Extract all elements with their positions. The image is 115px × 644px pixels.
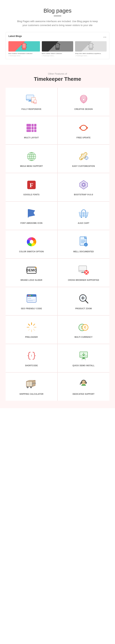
- svg-rect-38: [34, 130, 36, 132]
- shortcode-icon: !: [25, 350, 38, 362]
- features-grid: FULLY RESPONSIVE CREATIVE DESIGN: [5, 88, 110, 401]
- currency-icon: $ €: [77, 321, 90, 334]
- feature-label: DEDICATED SUPPORT: [73, 393, 95, 395]
- feature-fully-responsive: FULLY RESPONSIVE: [5, 88, 57, 116]
- feature-label: BOOTSTRAP V4.0.0: [74, 194, 93, 196]
- svg-rect-4: [21, 47, 22, 48]
- svg-rect-37: [32, 130, 34, 132]
- feature-label: FONT AWESOME ICON: [20, 222, 42, 224]
- svg-rect-3: [26, 44, 27, 45]
- svg-text:€: €: [84, 326, 86, 329]
- svg-point-89: [28, 295, 29, 296]
- features-title: Timekeeper Theme: [5, 76, 110, 82]
- feature-product-zoom: PRODUCT ZOOM: [58, 287, 110, 315]
- blog-item-text: Shop uber aliket simalfinbus aspellinus.: [75, 52, 107, 54]
- svg-rect-35: [34, 127, 36, 130]
- feature-label: EASY CUSTOMIZATION: [72, 165, 95, 167]
- svg-rect-128: [86, 382, 87, 384]
- feature-well-documented: i WELL DOCUMENTED: [58, 230, 110, 258]
- svg-text:F: F: [30, 182, 33, 188]
- feature-brand-logo: DEMO BRAND LOGO SLIDER: [5, 259, 57, 287]
- blog-section: Blog pages Blog Pages with awesome inter…: [0, 0, 115, 65]
- responsive-icon: [25, 93, 38, 106]
- svg-rect-30: [26, 124, 31, 126]
- svg-rect-7: [56, 44, 59, 48]
- feature-label: AJAX CART: [78, 222, 89, 224]
- blog-item-text: Most Leather Watch Collection: [42, 52, 73, 54]
- svg-rect-124: [32, 383, 36, 384]
- feature-label: CREATIVE DESIGN: [74, 108, 93, 110]
- svg-rect-5: [26, 47, 27, 48]
- feature-label: SHORTCODE: [25, 364, 38, 366]
- feature-preloader: PRELOADER: [5, 316, 57, 344]
- feature-easy-customization: EASY CUSTOMIZATION: [58, 145, 110, 173]
- svg-marker-40: [79, 126, 80, 129]
- blog-items: Best Outdoor Smartwatch Collection 1 Tim…: [8, 41, 107, 56]
- svg-point-25: [33, 102, 34, 103]
- svg-rect-52: [85, 158, 85, 158]
- preloader-icon: [25, 321, 38, 334]
- svg-rect-20: [29, 100, 31, 101]
- svg-rect-13: [88, 44, 89, 45]
- svg-line-105: [33, 324, 35, 325]
- feature-label: WELL DOCUMENTED: [73, 250, 94, 253]
- bootstrap-icon: [77, 179, 90, 191]
- feature-google-fonts: F GOOGLE FONTS: [5, 173, 57, 201]
- svg-rect-36: [26, 130, 31, 132]
- feature-label: MULTI CURRENCY: [74, 336, 92, 338]
- list-item: Best Outdoor Smartwatch Collection 1 Tim…: [8, 41, 40, 56]
- svg-rect-51: [86, 159, 87, 160]
- svg-rect-34: [32, 127, 34, 130]
- quickdemo-icon: [77, 350, 90, 362]
- feature-quick-demo: QUICK DEMO INSTALL: [58, 344, 110, 372]
- svg-point-117: [83, 358, 84, 359]
- megamenu-icon: [25, 150, 38, 162]
- svg-rect-15: [88, 47, 89, 48]
- svg-rect-33: [26, 127, 31, 130]
- feature-label: MULTI LAYOUT: [24, 137, 39, 139]
- svg-point-123: [31, 387, 32, 388]
- svg-text:!: !: [31, 354, 32, 357]
- feature-label: COLOR SWATCH OPTION: [19, 250, 44, 253]
- svg-rect-32: [34, 124, 36, 126]
- support-icon: [77, 378, 90, 390]
- svg-rect-16: [93, 47, 94, 48]
- svg-point-49: [86, 157, 87, 159]
- feature-multi-layout: MULTI LAYOUT: [5, 116, 57, 144]
- feature-color-swatch: COLOR SWATCH OPTION: [5, 230, 57, 258]
- feature-label: MEGA MENU SUPPORT: [20, 165, 43, 167]
- feature-free-update: FREE UPDATE: [58, 116, 110, 144]
- blog-item-image: [8, 41, 40, 52]
- svg-point-121: [27, 387, 28, 388]
- feature-label: GOOGLE FONTS: [23, 194, 40, 196]
- svg-point-65: [81, 217, 82, 218]
- svg-line-96: [85, 300, 88, 303]
- colorswatch-icon: [25, 236, 38, 248]
- feature-label: SEO FRIENDLY CODE: [21, 308, 42, 310]
- feature-mega-menu: MEGA MENU SUPPORT: [5, 145, 57, 173]
- blog-item-text: Best Outdoor Smartwatch Collection: [8, 52, 40, 54]
- crossbrowser-icon: [77, 264, 90, 276]
- features-section: Other Features of Timekeeper Theme: [0, 65, 115, 408]
- feature-label: FREE UPDATE: [77, 137, 91, 139]
- googlefonts-icon: F: [25, 179, 38, 191]
- feature-label: PRELOADER: [25, 336, 38, 338]
- feature-bootstrap: BOOTSTRAP V4.0.0: [58, 173, 110, 201]
- feature-label: SHIPPING CALCULATOR: [19, 393, 44, 395]
- shipping-icon: [25, 378, 38, 390]
- feature-multi-currency: $ € MULTI CURRENCY: [58, 316, 110, 344]
- svg-point-130: [84, 382, 85, 382]
- seo-icon: </>: [25, 293, 38, 305]
- feature-ajax-cart: AJAX CART: [58, 202, 110, 230]
- blog-preview-title: Latest Blogs: [8, 35, 22, 38]
- brandlogo-icon: DEMO: [25, 264, 38, 276]
- list-item: Shop uber aliket simalfinbus aspellinus.…: [75, 41, 107, 56]
- svg-rect-59: [28, 209, 29, 218]
- feature-shipping-calc: SHIPPING CALCULATOR: [5, 372, 57, 401]
- blog-nav[interactable]: ◀ ▶: [103, 36, 107, 38]
- svg-text:</>: </>: [28, 298, 31, 299]
- feature-font-awesome: FONT AWESOME ICON: [5, 202, 57, 230]
- feature-shortcode: ! SHORTCODE: [5, 344, 57, 372]
- welldoc-icon: i: [77, 236, 90, 248]
- blog-item-image: [42, 41, 73, 52]
